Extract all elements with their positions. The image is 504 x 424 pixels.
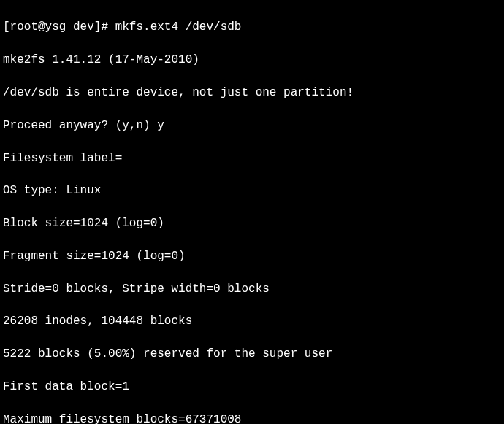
terminal-output[interactable]: [root@ysg dev]# mkfs.ext4 /dev/sdb mke2f… <box>3 3 501 424</box>
output-line: Filesystem label= <box>3 150 501 166</box>
output-line: Proceed anyway? (y,n) y <box>3 117 501 134</box>
output-line: Block size=1024 (log=0) <box>3 215 501 231</box>
entered-command: mkfs.ext4 /dev/sdb <box>115 20 242 34</box>
output-line: /dev/sdb is entire device, not just one … <box>3 85 501 101</box>
output-line: Fragment size=1024 (log=0) <box>3 248 501 264</box>
shell-prompt: [root@ysg dev]# <box>3 20 115 34</box>
output-line: 26208 inodes, 104448 blocks <box>3 313 501 329</box>
output-line: Stride=0 blocks, Stripe width=0 blocks <box>3 281 501 297</box>
command-line: [root@ysg dev]# mkfs.ext4 /dev/sdb <box>3 19 501 35</box>
output-line: First data block=1 <box>3 379 501 395</box>
output-line: Maximum filesystem blocks=67371008 <box>3 412 501 424</box>
output-line: mke2fs 1.41.12 (17-May-2010) <box>3 52 501 68</box>
output-line: OS type: Linux <box>3 182 501 198</box>
output-line: 5222 blocks (5.00%) reserved for the sup… <box>3 346 501 362</box>
